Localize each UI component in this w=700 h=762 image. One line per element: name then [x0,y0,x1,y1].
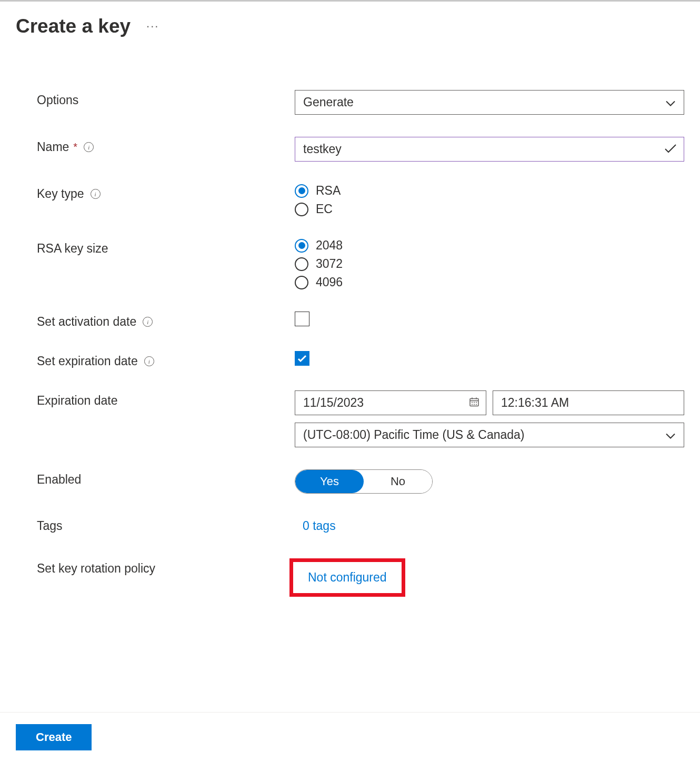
radio-icon [295,203,308,216]
tags-link[interactable]: 0 tags [295,516,336,536]
info-icon[interactable]: i [84,142,94,152]
chevron-down-icon [666,428,675,442]
row-name: Name * i [37,137,684,162]
label-set-expiration: Set expiration date i [37,351,295,368]
row-tags: Tags 0 tags [37,516,684,536]
row-set-expiration: Set expiration date i [37,351,684,368]
radio-icon [295,184,308,198]
radio-icon [295,239,308,253]
radio-icon [295,276,308,289]
timezone-select[interactable]: (UTC-08:00) Pacific Time (US & Canada) [295,423,684,447]
enabled-toggle: Yes No [295,469,433,494]
page-header: Create a key ··· [16,15,684,37]
expiration-time-value: 12:16:31 AM [501,396,569,410]
options-select-value: Generate [303,95,354,109]
label-options: Options [37,90,295,107]
row-options: Options Generate [37,90,684,115]
radio-label: 4096 [316,275,343,289]
label-activation-date: Set activation date i [37,312,295,329]
radio-2048[interactable]: 2048 [295,238,684,253]
enabled-yes[interactable]: Yes [295,470,364,493]
page-title: Create a key [16,15,131,37]
checkmark-icon [664,143,677,156]
row-rotation-policy: Set key rotation policy Not configured [37,558,684,597]
radio-ec[interactable]: EC [295,202,684,216]
label-key-type: Key type i [37,184,295,201]
radio-3072[interactable]: 3072 [295,257,684,271]
timezone-value: (UTC-08:00) Pacific Time (US & Canada) [303,428,525,442]
enabled-no[interactable]: No [364,470,432,493]
expiration-date-value: 11/15/2023 [303,396,364,410]
rsa-size-radio-group: 2048 3072 4096 [295,238,684,289]
calendar-icon [469,396,479,410]
required-indicator: * [73,141,77,153]
expiration-date-input[interactable]: 11/15/2023 [295,390,486,415]
row-key-type: Key type i RSA EC [37,184,684,216]
label-enabled: Enabled [37,469,295,487]
rotation-highlight: Not configured [289,558,405,597]
radio-label: 3072 [316,257,343,271]
activation-date-checkbox[interactable] [295,312,309,326]
more-actions-icon[interactable]: ··· [146,19,159,33]
label-rsa-size: RSA key size [37,238,295,256]
rotation-policy-link[interactable]: Not configured [308,567,387,588]
key-type-radio-group: RSA EC [295,184,684,216]
row-enabled: Enabled Yes No [37,469,684,494]
label-tags: Tags [37,516,295,533]
radio-icon [295,257,308,271]
info-icon[interactable]: i [91,189,101,199]
radio-label: 2048 [316,238,343,253]
info-icon[interactable]: i [143,317,153,327]
row-expiration-date: Expiration date 11/15/2023 [37,390,684,447]
create-button[interactable]: Create [16,724,92,750]
row-rsa-size: RSA key size 2048 3072 4096 [37,238,684,289]
radio-rsa[interactable]: RSA [295,184,684,198]
radio-4096[interactable]: 4096 [295,275,684,289]
row-activation-date: Set activation date i [37,312,684,329]
label-rotation-policy: Set key rotation policy [37,558,295,576]
options-select[interactable]: Generate [295,90,684,115]
radio-label: EC [316,202,333,216]
label-expiration-date: Expiration date [37,390,295,408]
radio-label: RSA [316,184,341,198]
expiration-time-input[interactable]: 12:16:31 AM [493,390,684,415]
chevron-down-icon [666,95,675,109]
label-name: Name * i [37,137,295,154]
footer: Create [0,712,700,762]
expiration-date-checkbox[interactable] [295,351,309,366]
info-icon[interactable]: i [144,356,154,366]
name-input[interactable] [295,137,684,162]
